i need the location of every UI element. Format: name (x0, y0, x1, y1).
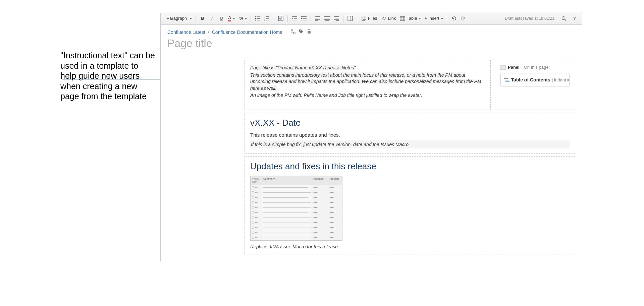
separator (274, 15, 274, 22)
svg-rect-23 (324, 16, 330, 17)
jira-row: ▢ ••••———————————————————————•••••••••••… (251, 200, 342, 205)
numbered-list-icon: 123 (264, 16, 270, 21)
separator (357, 15, 357, 22)
link-icon (381, 16, 387, 21)
separator (343, 15, 343, 22)
panel-icon (500, 65, 506, 70)
svg-point-4 (255, 19, 256, 20)
toc-macro[interactable]: Table of Contents | indent = 0 | m (500, 73, 570, 86)
bullet-list-button[interactable] (253, 14, 262, 23)
italic-button[interactable]: I (207, 14, 217, 23)
page-title-input[interactable]: Page title (167, 37, 575, 50)
separator (287, 15, 288, 22)
table-button[interactable]: Table (398, 14, 422, 23)
svg-rect-34 (363, 16, 366, 19)
instructional-text-block: Page title is "Product Name vX.XX Releas… (250, 65, 485, 99)
annotation-left: "Instructional text" can be used in a te… (60, 50, 156, 102)
help-button[interactable]: ? (570, 14, 579, 23)
jira-col-assignee: Assignee (311, 176, 327, 185)
svg-rect-20 (315, 18, 318, 18)
svg-rect-48 (504, 78, 508, 79)
checkbox-icon (278, 16, 283, 21)
redo-button[interactable] (459, 14, 468, 23)
jira-caption-instructional: Replace JIRA Issue Macro for this releas… (250, 244, 570, 249)
svg-rect-13 (292, 16, 297, 17)
redo-icon (461, 16, 466, 21)
svg-rect-45 (308, 31, 311, 34)
jira-col-reporter: Reporter (327, 176, 342, 185)
jira-row: ▢ ••••—————————————————————————•••••••••… (251, 235, 342, 240)
find-replace-button[interactable] (559, 14, 569, 23)
jira-row: ▢ ••••———————————————————•••••••••••• (251, 195, 342, 200)
svg-rect-18 (301, 20, 307, 20)
outdent-button[interactable] (290, 14, 299, 23)
svg-rect-16 (301, 16, 307, 17)
svg-rect-47 (500, 65, 506, 66)
svg-rect-30 (336, 20, 339, 21)
jira-row: ▢ ••••———————————————————•••••••••••• (251, 210, 342, 215)
svg-rect-17 (303, 18, 307, 19)
svg-point-44 (300, 30, 300, 31)
align-center-button[interactable] (322, 14, 332, 23)
files-icon (361, 16, 367, 21)
layout-cell-updates[interactable]: Updates and fixes in this release Type /… (245, 156, 575, 254)
svg-rect-26 (325, 20, 329, 21)
svg-rect-22 (315, 20, 318, 21)
task-list-button[interactable] (276, 14, 285, 23)
bold-button[interactable]: B (198, 14, 207, 23)
separator (447, 15, 447, 22)
jira-table-header: Type / Key Summary Assignee Reporter (251, 176, 342, 185)
section-heading-version: vX.XX - Date (250, 118, 570, 128)
insert-button[interactable]: + Insert (422, 14, 444, 23)
text-color-button[interactable]: A (226, 14, 236, 23)
bullet-list-icon (255, 16, 260, 21)
labels-icon[interactable] (299, 29, 304, 35)
separator (251, 15, 251, 22)
instr-line: An image of the PM with: PM's Name and J… (250, 92, 485, 99)
more-formatting-button[interactable]: ᵃA (236, 14, 249, 23)
breadcrumb: Confluence Latest / Confluence Documenta… (167, 29, 575, 35)
svg-rect-24 (325, 18, 329, 18)
svg-rect-43 (293, 32, 295, 34)
instr-line: This section contains introductory text … (250, 72, 481, 91)
undo-button[interactable] (449, 14, 459, 23)
jira-row: ▢ ••••———————————————————————•••••••••••… (251, 230, 342, 235)
files-button[interactable]: Files (359, 14, 379, 23)
svg-rect-19 (315, 16, 320, 17)
svg-rect-25 (324, 19, 330, 20)
svg-rect-29 (334, 19, 339, 20)
svg-rect-42 (291, 29, 293, 31)
breadcrumb-separator: / (208, 29, 209, 35)
toc-meta: | indent = 0 | m (552, 77, 570, 82)
breadcrumb-link-space[interactable]: Confluence Latest (167, 29, 205, 35)
layout-cell-intro[interactable]: Page title is "Product Name vX.XX Releas… (245, 60, 491, 110)
indent-icon (301, 16, 307, 21)
breadcrumb-link-parent[interactable]: Confluence Documentation Home (212, 29, 282, 35)
numbered-list-button[interactable]: 123 (262, 14, 272, 23)
underline-button[interactable]: U (217, 14, 226, 23)
section-body: This release contains updates and fixes. (250, 132, 570, 138)
layout-cell-version[interactable]: vX.XX - Date This release contains updat… (245, 113, 575, 154)
jira-row: ▢ ••••—————————————————————————————•••••… (251, 225, 342, 230)
align-right-button[interactable] (332, 14, 341, 23)
link-button[interactable]: Link (379, 14, 398, 23)
svg-rect-3 (257, 18, 260, 19)
location-icon[interactable] (290, 29, 296, 35)
indent-button[interactable] (299, 14, 309, 23)
instr-line: Page title is "Product Name vX.XX Releas… (250, 65, 356, 70)
table-icon (400, 16, 405, 21)
svg-rect-5 (257, 20, 260, 20)
layout-cell-panel[interactable]: Panel | On this page: Table of Contents … (495, 60, 575, 110)
page-layout-button[interactable] (345, 14, 355, 23)
align-left-button[interactable] (313, 14, 322, 23)
instructional-text: If this is a simple bug fix, just update… (250, 140, 570, 148)
align-center-icon (324, 16, 330, 21)
paragraph-style-select[interactable]: Paragraph (163, 14, 194, 23)
svg-text:3: 3 (264, 19, 265, 21)
separator (311, 15, 311, 22)
toc-icon (504, 78, 509, 82)
svg-rect-14 (294, 18, 297, 19)
jira-issues-macro[interactable]: Type / Key Summary Assignee Reporter ▢ •… (250, 176, 342, 241)
restrictions-icon[interactable] (307, 29, 312, 35)
panel-label: Panel (508, 65, 520, 70)
